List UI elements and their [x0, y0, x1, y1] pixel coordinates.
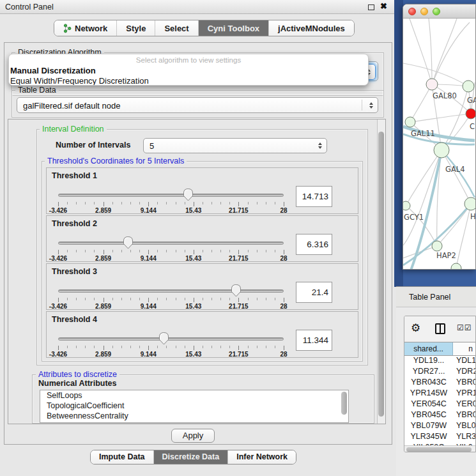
close-icon[interactable]: ✖: [380, 1, 387, 11]
algorithm-option-manual-discretization[interactable]: Manual Discretization: [9, 65, 368, 75]
table-row[interactable]: YBL079WYBL0: [404, 421, 475, 432]
tick-mark: [130, 298, 131, 300]
numerical-attributes-list[interactable]: SelfLoopsTopologicalCoefficientBetweenne…: [40, 390, 349, 423]
network-graph[interactable]: GAL80GACGAL11GAL4GCY1HHAP2: [403, 19, 476, 270]
tab-infer-network[interactable]: Infer Network: [227, 450, 296, 464]
tab-cyni-toolbox[interactable]: Cyni Toolbox: [198, 20, 268, 36]
network-edge: [410, 114, 471, 122]
threshold-slider[interactable]: -3.4262.8599.14415.4321.71528: [58, 236, 284, 261]
tick-mark: [148, 202, 149, 206]
table-row[interactable]: YBR043CYBR0: [404, 378, 475, 388]
number-of-intervals-value: 5: [150, 141, 154, 151]
threshold-value-field[interactable]: 6.316: [296, 234, 332, 255]
threshold-slider[interactable]: -3.4262.8599.14415.4321.71528: [58, 284, 284, 309]
network-node-label: GAL4: [445, 165, 465, 174]
tick-mark: [157, 298, 158, 300]
table-row[interactable]: YPR145WYPR1: [404, 388, 475, 399]
threshold-slider[interactable]: -3.4262.8599.14415.4321.71528: [58, 188, 284, 213]
minimize-traffic-light-icon[interactable]: [420, 8, 428, 15]
vertical-scrollbar-thumb[interactable]: [378, 132, 384, 417]
gear-icon[interactable]: ⚙: [411, 321, 420, 335]
network-node[interactable]: [451, 263, 461, 270]
attribute-item-selfloops[interactable]: SelfLoops: [40, 390, 348, 401]
network-tree-icon: [63, 24, 72, 33]
tab-impute-data[interactable]: Impute Data: [91, 450, 153, 464]
apply-button[interactable]: Apply: [171, 429, 215, 443]
network-window-titlebar[interactable]: [403, 4, 475, 19]
tick-label: 9.144: [141, 351, 157, 358]
cell-name: YDR2: [453, 367, 475, 378]
tick-mark: [148, 250, 149, 254]
tick-mark: [112, 202, 113, 204]
tick-mark: [121, 202, 122, 204]
table-row[interactable]: YER054CYER0: [404, 399, 475, 410]
attribute-item-topologicalcoefficient[interactable]: TopologicalCoefficient: [40, 401, 348, 411]
table-row[interactable]: YDL19...YDL1: [404, 356, 475, 367]
network-node[interactable]: [432, 241, 442, 251]
slider-thumb[interactable]: [123, 236, 134, 249]
slider-ticks: -3.4262.8599.14415.4321.71528: [58, 202, 284, 213]
zoom-traffic-light-icon[interactable]: [433, 8, 440, 15]
tick-label: 15.43: [185, 207, 201, 214]
threshold-value-field[interactable]: 11.344: [296, 330, 332, 351]
threshold-value-field[interactable]: 14.713: [296, 186, 332, 207]
numerical-attributes-label: Numerical Attributes: [38, 379, 116, 388]
tab-discretize-data[interactable]: Discretize Data: [153, 450, 228, 464]
tick-mark: [121, 298, 122, 300]
algorithm-option-equal-width-frequency-discretization[interactable]: Equal Width/Frequency Discretization: [9, 75, 368, 86]
tab-network[interactable]: Network: [54, 20, 116, 36]
tick-mark: [94, 346, 95, 348]
checkbox-icons[interactable]: ☑☑: [457, 323, 472, 332]
network-canvas[interactable]: GAL80GACGAL11GAL4GCY1HHAP2: [403, 19, 476, 270]
attribute-item-betweennesscentrality[interactable]: BetweennessCentrality: [40, 411, 348, 421]
table-data-combobox[interactable]: galFiltered.sif default node: [17, 97, 378, 113]
tab-select[interactable]: Select: [155, 20, 197, 36]
network-node[interactable]: [405, 117, 415, 127]
table-row[interactable]: YBR045CYBR0: [404, 410, 475, 421]
tick-mark: [67, 250, 68, 252]
tab-style[interactable]: Style: [116, 20, 155, 36]
tick-mark: [229, 346, 230, 348]
spinner-arrows-icon: [369, 102, 373, 109]
slider-thumb[interactable]: [183, 188, 194, 201]
columns-icon[interactable]: [435, 323, 445, 334]
network-node[interactable]: [466, 109, 476, 119]
number-of-intervals-combobox[interactable]: 5: [143, 138, 327, 153]
tab-label: Select: [164, 24, 188, 33]
network-node[interactable]: [434, 142, 449, 158]
tick-mark: [185, 298, 185, 300]
tick-mark: [203, 250, 203, 252]
tick-mark: [94, 202, 95, 204]
float-window-icon[interactable]: [368, 4, 374, 10]
slider-ticks: -3.4262.8599.14415.4321.71528: [58, 250, 284, 261]
network-node[interactable]: [463, 81, 474, 92]
tick-mark: [284, 202, 284, 206]
tick-label: 21.715: [229, 303, 249, 310]
tick-mark: [104, 346, 104, 350]
tab-label: jActiveMNodules: [278, 24, 345, 33]
threshold-value-field[interactable]: 21.4: [296, 282, 332, 303]
network-node[interactable]: [426, 79, 438, 90]
column-header-name[interactable]: n: [453, 342, 475, 355]
close-traffic-light-icon[interactable]: [408, 8, 416, 15]
table-row[interactable]: YDR27...YDR2: [404, 367, 475, 378]
network-node[interactable]: [403, 201, 410, 210]
horizontal-scrollbar-track[interactable]: [404, 445, 475, 452]
tick-mark: [94, 298, 95, 300]
list-scrollbar-thumb[interactable]: [341, 392, 347, 415]
tab-jactivemnodules[interactable]: jActiveMNodules: [268, 20, 354, 36]
slider-ticks: -3.4262.8599.14415.4321.71528: [58, 298, 284, 309]
table-row[interactable]: YLR345WYLR3: [404, 432, 475, 443]
threshold-label: Threshold 1: [52, 171, 97, 180]
threshold-slider[interactable]: -3.4262.8599.14415.4321.71528: [58, 332, 284, 357]
algorithm-placeholder-option[interactable]: Select algorithm to view settings: [9, 54, 368, 65]
column-header-shared-name[interactable]: shared...: [404, 342, 453, 355]
network-view-window[interactable]: GAL80GACGAL11GAL4GCY1HHAP2: [403, 4, 476, 270]
network-edge: [441, 150, 475, 197]
slider-thumb[interactable]: [158, 332, 169, 345]
network-node[interactable]: [464, 197, 476, 210]
slider-thumb[interactable]: [231, 284, 242, 297]
table-data-value: galFiltered.sif default node: [23, 100, 120, 110]
horizontal-scrollbar-thumb[interactable]: [406, 447, 472, 452]
cell-name: YBR0: [453, 378, 475, 388]
